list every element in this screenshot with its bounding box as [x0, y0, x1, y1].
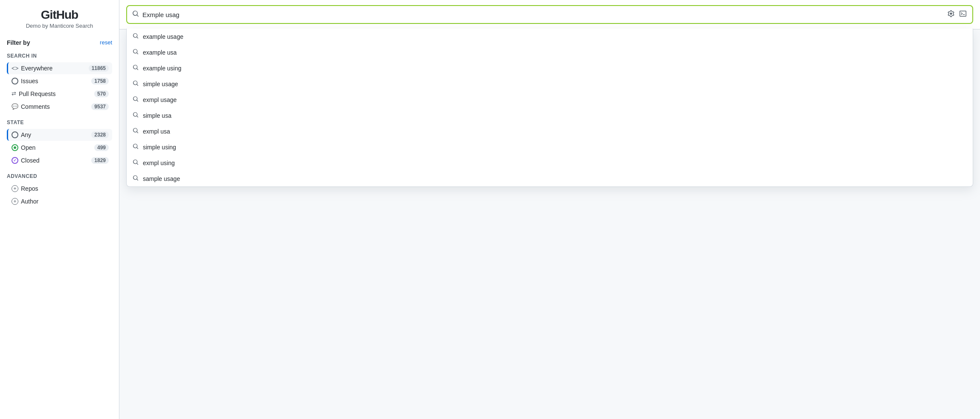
sidebar-item-open-count: 499 [94, 144, 109, 151]
autocomplete-item[interactable]: simple using [127, 139, 973, 155]
autocomplete-item[interactable]: example usage [127, 29, 973, 44]
autocomplete-search-icon [133, 175, 139, 182]
autocomplete-dropdown: example usage example usa example using [126, 29, 973, 187]
search-in-label: Search in [7, 53, 112, 59]
autocomplete-suggestion-text: exmpl usage [143, 96, 177, 103]
autocomplete-search-icon [133, 143, 139, 151]
filter-header: Filter by reset [7, 39, 112, 46]
autocomplete-suggestion-text: simple using [143, 144, 176, 151]
any-state-icon [12, 131, 18, 138]
search-bar [126, 5, 973, 24]
autocomplete-item[interactable]: simple usage [127, 76, 973, 92]
sidebar-item-everywhere[interactable]: <> Everywhere 11865 [7, 62, 112, 74]
sidebar-item-issues-label: Issues [21, 78, 38, 84]
sidebar-item-pr-count: 570 [94, 90, 109, 97]
autocomplete-search-icon [133, 112, 139, 119]
autocomplete-search-icon [133, 64, 139, 72]
sidebar-item-everywhere-count: 11865 [89, 65, 109, 72]
code-icon: <> [12, 65, 18, 72]
pr-icon: ⇄ [12, 90, 16, 97]
sidebar-item-comments[interactable]: 💬 Comments 9537 [7, 101, 112, 113]
sidebar-item-repos-label: Repos [21, 185, 38, 192]
sidebar-item-any[interactable]: Any 2328 [7, 129, 112, 141]
demo-subtitle: Demo by Manticore Search [7, 23, 112, 29]
sidebar-item-issues[interactable]: Issues 1758 [7, 75, 112, 87]
sidebar-item-any-count: 2328 [91, 131, 109, 138]
autocomplete-search-icon [133, 96, 139, 103]
closed-state-icon [12, 157, 18, 164]
autocomplete-item[interactable]: example usa [127, 44, 973, 60]
autocomplete-suggestion-text: exmpl usa [143, 128, 170, 135]
search-actions [947, 9, 967, 20]
state-label: State [7, 119, 112, 125]
plus-repos-icon: + [12, 185, 18, 192]
autocomplete-item[interactable]: exmpl usa [127, 123, 973, 139]
autocomplete-suggestion-text: simple usage [143, 81, 178, 87]
github-logo: GitHub [7, 9, 112, 22]
sidebar-item-pr-label: Pull Requests [19, 90, 55, 97]
sidebar-item-open-label: Open [21, 144, 35, 151]
sidebar-item-any-label: Any [21, 131, 31, 138]
settings-button[interactable] [947, 9, 955, 20]
filter-title: Filter by [7, 39, 30, 46]
autocomplete-suggestion-text: sample usage [143, 175, 180, 182]
autocomplete-search-icon [133, 80, 139, 87]
terminal-button[interactable] [959, 9, 967, 20]
search-icon [132, 10, 139, 19]
comment-icon: 💬 [12, 103, 18, 110]
autocomplete-search-icon [133, 49, 139, 56]
sidebar-item-issues-count: 1758 [91, 78, 109, 84]
sidebar-item-repos[interactable]: + Repos [7, 183, 112, 195]
sidebar-item-comments-count: 9537 [91, 103, 109, 110]
sidebar-item-closed-label: Closed [21, 157, 40, 164]
circle-icon [12, 78, 18, 84]
sidebar-item-closed[interactable]: Closed 1829 [7, 154, 112, 166]
autocomplete-suggestion-text: example usa [143, 49, 177, 56]
autocomplete-search-icon [133, 33, 139, 40]
advanced-label: Advanced [7, 173, 112, 179]
autocomplete-suggestion-text: simple usa [143, 112, 171, 119]
autocomplete-item[interactable]: exmpl usage [127, 92, 973, 108]
autocomplete-search-icon [133, 159, 139, 166]
plus-author-icon: + [12, 198, 18, 205]
open-state-icon [12, 144, 18, 151]
autocomplete-item[interactable]: exmpl using [127, 155, 973, 171]
autocomplete-suggestion-text: example using [143, 65, 181, 72]
autocomplete-suggestion-text: example usage [143, 33, 183, 40]
sidebar-item-author-label: Author [21, 198, 38, 205]
autocomplete-item[interactable]: sample usage [127, 171, 973, 186]
sidebar-item-closed-count: 1829 [91, 157, 109, 164]
autocomplete-item[interactable]: example using [127, 60, 973, 76]
sidebar-item-everywhere-label: Everywhere [21, 65, 52, 72]
autocomplete-search-icon [133, 128, 139, 135]
reset-link[interactable]: reset [100, 39, 112, 46]
sidebar-item-author[interactable]: + Author [7, 195, 112, 207]
autocomplete-suggestion-text: exmpl using [143, 160, 175, 166]
search-input[interactable] [142, 11, 943, 18]
sidebar-item-open[interactable]: Open 499 [7, 142, 112, 154]
search-container: example usage example usa example using [119, 0, 980, 29]
sidebar-item-pull-requests[interactable]: ⇄ Pull Requests 570 [7, 88, 112, 100]
sidebar: GitHub Demo by Manticore Search Filter b… [0, 0, 119, 419]
main-content: example usage example usa example using [119, 0, 980, 419]
sidebar-item-comments-label: Comments [21, 103, 50, 110]
autocomplete-item[interactable]: simple usa [127, 108, 973, 123]
